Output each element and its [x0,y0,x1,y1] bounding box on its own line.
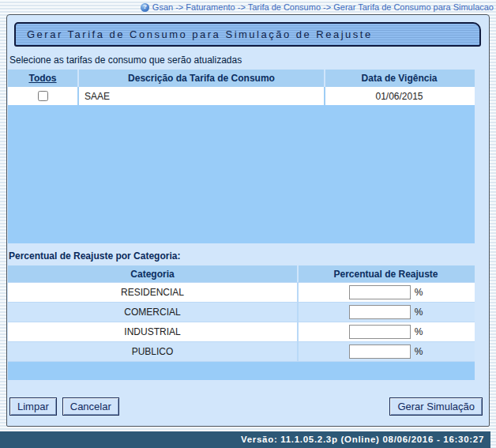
industrial-percent-input[interactable] [349,325,411,339]
column-header-categoria: Categoria [8,265,299,282]
category-name: RESIDENCIAL [8,283,299,302]
category-table-footer-band [8,361,475,380]
column-header-todos: Todos [8,70,79,87]
help-icon[interactable]: ? [141,3,149,12]
percent-cell: % [299,283,473,302]
main-panel: Gerar Tarifa de Consumo para Simulação d… [6,14,490,427]
instruction-label: Selecione as tarifas de consumo que serã… [9,55,489,66]
percent-suffix: % [415,287,423,298]
gerar-simulacao-button[interactable]: Gerar Simulação [389,397,483,416]
cancelar-button[interactable]: Cancelar [62,397,119,416]
category-table-header-row: Categoria Percentual de Reajuste [8,265,475,282]
residencial-percent-input[interactable] [349,285,411,299]
percent-cell: % [299,322,473,341]
version-bar: Versão: 11.1.05.2.3p (Online) 08/06/2016… [0,431,490,448]
breadcrumb-bar: ? Gsan -> Faturamento -> Tarifa de Consu… [0,0,496,14]
category-section-label: Percentual de Reajuste por Categoria: [9,250,489,262]
tariff-description: SAAE [79,87,325,105]
tariff-checkbox[interactable] [38,91,48,101]
table-row-publico: PUBLICO % [8,341,475,361]
column-header-percentual: Percentual de Reajuste [299,265,473,282]
select-all-link[interactable]: Todos [28,73,56,84]
breadcrumb: Gsan -> Faturamento -> Tarifa de Consumo… [152,2,494,12]
tariff-table: Todos Descrição da Tarifa de Consumo Dat… [8,70,475,243]
percent-suffix: % [415,326,423,337]
comercial-percent-input[interactable] [349,305,411,319]
column-header-vigencia: Data de Vigência [325,70,473,87]
percent-suffix: % [415,346,423,357]
category-name: COMERCIAL [8,303,299,322]
button-row: Limpar Cancelar Gerar Simulação [9,397,483,416]
category-name: PUBLICO [8,342,299,361]
table-row-residencial: RESIDENCIAL % [8,282,475,302]
percent-cell: % [299,342,473,361]
tariff-checkbox-cell [8,87,79,105]
percent-suffix: % [415,307,423,318]
percent-cell: % [299,303,473,322]
table-row-industrial: INDUSTRIAL % [8,322,475,341]
column-header-descricao: Descrição da Tarifa de Consumo [79,70,325,87]
table-row-comercial: COMERCIAL % [8,302,475,322]
table-row: SAAE 01/06/2015 [8,87,475,105]
tariff-vigencia: 01/06/2015 [325,87,473,105]
limpar-button[interactable]: Limpar [9,397,57,416]
publico-percent-input[interactable] [349,344,411,359]
tariff-table-header-row: Todos Descrição da Tarifa de Consumo Dat… [8,70,475,87]
category-name: INDUSTRIAL [8,322,299,341]
category-table: Categoria Percentual de Reajuste RESIDEN… [8,265,475,380]
page-title: Gerar Tarifa de Consumo para Simulação d… [14,22,481,47]
